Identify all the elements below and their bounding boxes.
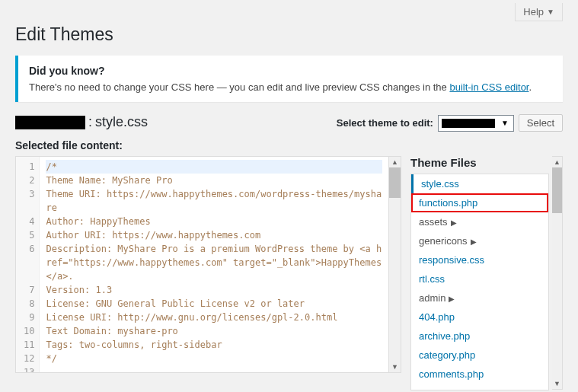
theme-file-item[interactable]: 404.php [411,308,548,327]
theme-select[interactable]: ▼ [438,115,514,132]
code-line: Description: MyShare Pro is a premium Wo… [46,242,382,283]
code-line: Theme URI: https://www.happythemes.com/w… [46,187,382,215]
theme-name-redacted [15,116,85,129]
theme-file-item[interactable]: admin▶ [411,288,548,308]
file-item-label: admin [419,292,445,304]
notice-body-suffix: . [529,81,532,93]
code-line: Version: 1.3 [46,283,382,297]
chevron-right-icon: ▶ [471,237,477,246]
chevron-down-icon: ▼ [547,8,554,16]
code-line: Author: HappyThemes [46,215,382,228]
theme-file-item[interactable]: rtl.css [411,269,548,288]
notice-heading: Did you know? [29,65,552,77]
selected-file-label: Selected file content: [15,139,563,151]
scroll-up-icon[interactable]: ▲ [552,157,562,167]
theme-file-item[interactable]: genericons▶ [411,231,548,250]
scroll-down-icon[interactable]: ▼ [552,378,562,389]
notice-body-prefix: There's no need to change your CSS here … [29,81,449,93]
code-line: Text Domain: myshare-pro [46,324,382,338]
chevron-right-icon: ▶ [451,218,457,227]
code-editor[interactable]: 12345678910111213 /*Theme Name: MyShare … [15,156,401,373]
select-button[interactable]: Select [519,114,563,132]
file-item-label: archive.php [419,330,470,342]
files-scrollbar[interactable]: ▲ ▼ [552,156,563,390]
help-label: Help [523,6,544,18]
theme-file-item[interactable]: comments.php [411,365,548,384]
theme-editor-wrap: Help ▼ Edit Themes Did you know? There's… [0,0,578,392]
file-item-label: 404.php [419,311,455,323]
page-title: Edit Themes [15,24,563,45]
code-line: Tags: two-columns, right-sidebar [46,338,382,352]
theme-file-item[interactable]: category.php [411,346,548,365]
theme-file-item[interactable]: style.css [411,174,548,193]
scroll-thumb[interactable] [389,167,401,198]
notice-body: There's no need to change your CSS here … [29,81,552,93]
file-separator: : [88,114,92,130]
file-item-label: functions.php [419,197,477,209]
current-filename: style.css [95,114,148,130]
code-line: License: GNU General Public License v2 o… [46,297,382,311]
file-item-label: style.css [421,178,459,190]
theme-select-label: Select theme to edit: [337,117,433,129]
built-in-css-link[interactable]: built-in CSS editor [449,81,529,93]
theme-file-item[interactable]: archive.php [411,327,548,346]
code-line: */ [46,352,382,365]
editor-column: 12345678910111213 /*Theme Name: MyShare … [15,156,401,373]
editor-layout: 12345678910111213 /*Theme Name: MyShare … [15,156,563,390]
scroll-down-icon[interactable]: ▼ [389,362,401,372]
theme-file-item[interactable]: responsive.css [411,250,548,269]
theme-file-item[interactable]: assets▶ [411,212,548,231]
chevron-down-icon: ▼ [501,119,509,127]
selected-theme-redacted [442,119,495,128]
file-item-label: rtl.css [419,273,445,285]
code-content[interactable]: /*Theme Name: MyShare ProTheme URI: http… [40,157,388,372]
files-column: Theme Files style.cssfunctions.phpassets… [410,156,563,390]
theme-select-row: Select theme to edit: ▼ Select [337,114,563,132]
code-line: Theme Name: MyShare Pro [46,174,382,187]
file-item-label: comments.php [419,368,484,380]
scroll-up-icon[interactable]: ▲ [389,157,401,167]
help-button[interactable]: Help ▼ [515,3,563,21]
header-row: : style.css Select theme to edit: ▼ Sele… [15,114,563,132]
code-line: License URI: http://www.gnu.org/licenses… [46,311,382,324]
current-file: : style.css [15,114,148,130]
theme-file-item[interactable]: functions.php [411,193,548,212]
file-item-label: assets [419,216,448,228]
editor-scrollbar[interactable]: ▲ ▼ [388,157,401,372]
theme-file-list: style.cssfunctions.phpassets▶genericons▶… [410,174,549,390]
theme-files-heading: Theme Files [410,156,549,169]
line-gutter: 12345678910111213 [16,157,40,372]
css-notice: Did you know? There's no need to change … [15,56,563,102]
scroll-thumb[interactable] [552,167,562,213]
chevron-right-icon: ▶ [449,295,455,303]
topbar: Help ▼ [15,0,563,21]
file-item-label: genericons [419,235,468,247]
file-item-label: category.php [419,349,475,361]
file-item-label: responsive.css [419,254,484,266]
code-line: Author URI: https://www.happythemes.com [46,228,382,242]
code-line: /* [46,160,382,174]
